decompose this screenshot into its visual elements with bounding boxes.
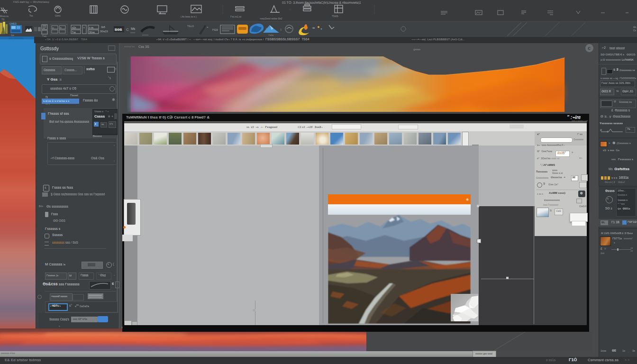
- svg-text:#: #: [600, 128, 602, 132]
- svg-text:Tss: Tss: [29, 14, 33, 17]
- svg-text:3Gss: 3Gss: [89, 31, 95, 34]
- svg-text:Géss: Géss: [55, 14, 61, 17]
- svg-text:Ms: Ms: [131, 27, 136, 30]
- svg-text:i: i: [281, 28, 282, 31]
- svg-text:sssss: sssss: [130, 31, 135, 34]
- svg-text:Γss: Γss: [72, 31, 76, 34]
- svg-text:TSLLS: TSLLS: [187, 25, 194, 27]
- svg-text:Msss.ss: Msss.ss: [0, 15, 9, 18]
- svg-text:( As bsss ss s ): ( As bsss ss s ): [181, 15, 197, 18]
- svg-text:3Gs23: 3Gs23: [100, 30, 108, 33]
- svg-text:+: +: [207, 26, 209, 28]
- svg-text:sΞs: sΞs: [72, 26, 76, 29]
- svg-text:C: C: [126, 27, 129, 32]
- svg-text:s: s: [83, 26, 85, 29]
- svg-text:s ss: s ss: [89, 26, 93, 29]
- svg-text:3s5: 3s5: [101, 26, 105, 28]
- svg-text:3s: 3s: [60, 27, 62, 29]
- svg-text:Cs: Cs: [633, 29, 637, 32]
- svg-text:TSΘS: TSΘS: [332, 15, 338, 18]
- svg-text:YsGs: YsGs: [268, 34, 274, 36]
- svg-text:GMED: GMED: [9, 22, 17, 25]
- svg-text:ss: ss: [52, 27, 54, 29]
- svg-text:Θs: Θs: [633, 26, 637, 28]
- svg-text:BΘB: BΘB: [115, 28, 122, 31]
- svg-text:+ssyGsssl ssttss Θs2: +ssyGsssl ssttss Θs2: [260, 17, 282, 20]
- svg-text:Γss.ss1.ss: Γss.ss1.ss: [230, 15, 242, 18]
- svg-text:ΓG3: ΓG3: [212, 28, 218, 31]
- svg-text:wsssss: wsssss: [142, 34, 148, 36]
- svg-text:TS: TS: [1, 18, 5, 21]
